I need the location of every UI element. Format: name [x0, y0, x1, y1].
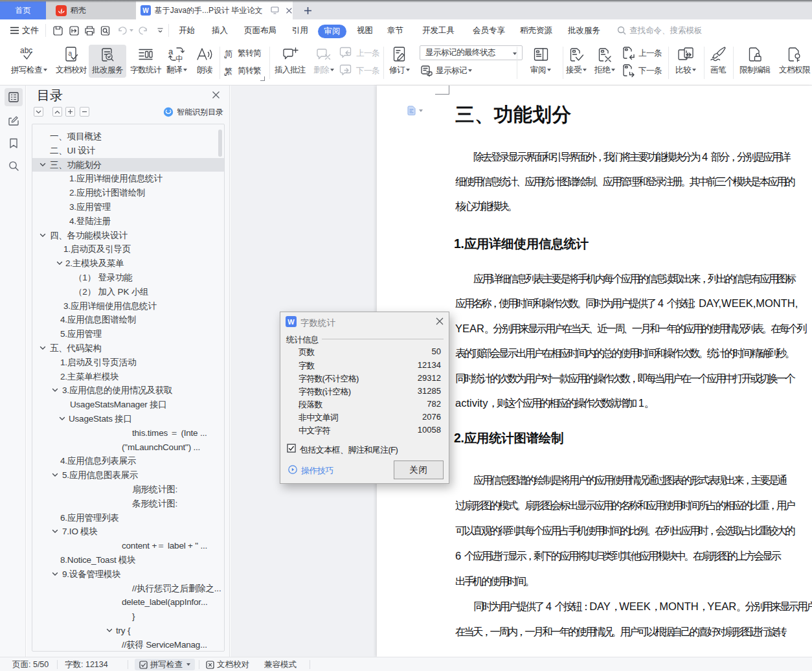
svg-text:繁: 繁: [225, 67, 232, 76]
svg-text:a: a: [168, 47, 174, 56]
svg-text:a: a: [69, 50, 73, 57]
svg-text:简: 简: [225, 49, 232, 58]
svg-text:中: 中: [175, 54, 183, 63]
